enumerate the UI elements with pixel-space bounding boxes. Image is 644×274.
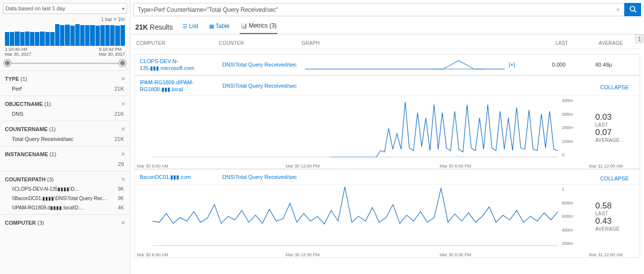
facet-objectname: OBJECTNAME (1)×DNS21K — [0, 96, 130, 121]
counter-link[interactable]: DNS\Total Query Received/sec — [222, 83, 301, 89]
search-input[interactable]: Type=Perf CounterName="Total Query Recei… — [133, 3, 624, 16]
tab-table[interactable]: ▦ Table — [208, 21, 231, 34]
search-bar: Type=Perf CounterName="Total Query Recei… — [133, 3, 641, 16]
tab-list[interactable]: ☰ List — [182, 21, 199, 34]
stat-block: 0.03LAST0.07AVERAGE — [595, 112, 635, 143]
records-container: 1 COMPUTER COUNTER GRAPH LAST AVERAGE CL… — [130, 34, 644, 274]
hdr-graph: GRAPH — [302, 40, 508, 46]
close-icon[interactable]: × — [122, 151, 125, 158]
slider-handle-start[interactable] — [4, 60, 11, 67]
counter-link[interactable]: DNS\Total Query Received/sec — [222, 62, 301, 68]
results-tabs: 21K Results ☰ List ▦ Table 📊 Metrics (3) — [130, 16, 644, 34]
bar-hint: 1 bar = 1hr — [0, 17, 130, 23]
metric-entry: CLOPS-DEV-N-135.▮▮▮.microsoft.comDNS\Tot… — [134, 54, 640, 75]
table-icon: ▦ — [209, 23, 214, 30]
facet-value[interactable]: Perf21K — [5, 84, 125, 94]
facet-value[interactable]: DNS21K — [5, 109, 125, 119]
metric-entry: BaconDC01.▮▮▮.comDNS\Total Query Receive… — [134, 169, 640, 258]
collapse-button[interactable]: COLLAPSE — [594, 81, 635, 90]
facet-value[interactable]: \\IPAM-RG1809.d▮▮▮▮.local\D…4K — [5, 203, 125, 212]
close-icon[interactable]: × — [122, 176, 125, 183]
facet-header[interactable]: COUNTERNAME (1)× — [5, 124, 125, 134]
facet-header[interactable]: TYPE (1)× — [5, 74, 125, 84]
x-axis: Mar 30 6:00 AMMar 30 12:00 PMMar 30 6:00… — [135, 251, 640, 257]
time-range-slider[interactable] — [5, 59, 125, 68]
close-icon[interactable]: × — [122, 75, 125, 82]
chevron-down-icon: ▾ — [122, 6, 124, 11]
histo-end-date: Mar 30, 2017 — [99, 52, 125, 57]
main-content: Type=Perf CounterName="Total Query Recei… — [130, 0, 644, 274]
facet-countername: COUNTERNAME (1)×Total Query Received/sec… — [0, 121, 130, 146]
computer-link[interactable]: CLOPS-DEV-N-135.▮▮▮.microsoft.com — [140, 58, 218, 72]
facet-value[interactable]: \\CLOPS-DEV-N-135▮▮▮▮\D…9K — [5, 184, 125, 194]
list-icon: ☰ — [183, 23, 187, 30]
histogram-labels: 1:10:40 AM Mar 30, 2017 5:10:42 PM Mar 3… — [0, 47, 130, 59]
hdr-average: AVERAGE — [599, 40, 638, 46]
tab-metrics[interactable]: 📊 Metrics (3) — [240, 20, 278, 34]
metrics-icon: 📊 — [241, 23, 247, 29]
page-indicator[interactable]: 1 — [635, 34, 644, 43]
stat-avg: 80.48µ — [595, 62, 635, 68]
facet-counterpath: COUNTERPATH (3)×\\CLOPS-DEV-N-135▮▮▮▮\D…… — [0, 171, 130, 214]
stat-block: 0.58LAST0.43AVERAGE — [595, 201, 635, 232]
histo-start-time: 1:10:40 AM — [5, 47, 31, 52]
search-query-text: Type=Perf CounterName="Total Query Recei… — [138, 6, 278, 13]
hdr-last: LAST — [555, 40, 595, 46]
column-headers: COMPUTER COUNTER GRAPH LAST AVERAGE — [134, 37, 640, 49]
search-button[interactable] — [624, 3, 641, 16]
hdr-counter: COUNTER — [219, 40, 298, 46]
y-axis: 400m300m200m100m0 — [562, 98, 591, 157]
results-count: 21K Results — [135, 23, 173, 31]
svg-line-1 — [634, 10, 636, 12]
facet-header[interactable]: COMPUTER (3)× — [5, 218, 125, 228]
facet-value[interactable]: \\BaconDC01.▮▮▮▮\DNS\Total Query Rec…9K — [5, 194, 125, 203]
metric-entry: IPAM-RG1809.dIPAM-RG1808.▮▮▮.localDNS\To… — [134, 75, 640, 170]
collapse-button[interactable]: COLLAPSE — [594, 172, 635, 181]
facet-instancename: INSTANCENAME (1)× 29 — [0, 146, 130, 171]
facet-computer: COMPUTER (3)× — [0, 214, 130, 230]
close-icon[interactable]: × — [122, 101, 125, 107]
line-chart — [153, 98, 558, 157]
search-icon — [629, 5, 637, 14]
hdr-computer: COMPUTER — [136, 40, 215, 46]
time-range-select[interactable]: Data based on last 1 day ▾ — [3, 3, 127, 14]
clear-icon[interactable]: × — [616, 6, 620, 13]
stat-last: 0.000 — [552, 62, 591, 68]
y-axis: 1800m600m400m200m — [562, 187, 591, 246]
facet-header[interactable]: OBJECTNAME (1)× — [5, 99, 125, 109]
filter-sidebar: Data based on last 1 day ▾ 1 bar = 1hr 1… — [0, 0, 130, 274]
histogram-chart — [0, 23, 130, 47]
sparkline — [305, 60, 505, 69]
facet-header[interactable]: COUNTERPATH (3)× — [5, 174, 125, 184]
x-axis: Mar 30 6:00 AMMar 30 12:00 PMMar 30 6:00… — [135, 162, 640, 169]
close-icon[interactable]: × — [122, 219, 125, 226]
zoom-toggle[interactable]: [+] — [509, 62, 548, 68]
histo-end-time: 5:10:42 PM — [99, 47, 125, 52]
time-range-label: Data based on last 1 day — [5, 5, 65, 11]
histo-start-date: Mar 30, 2017 — [5, 52, 31, 57]
facet-header[interactable]: INSTANCENAME (1)× — [5, 149, 125, 159]
facet-value[interactable]: 29 — [5, 159, 125, 169]
line-chart — [153, 187, 558, 246]
computer-link[interactable]: BaconDC01.▮▮▮.com — [140, 173, 218, 180]
counter-link[interactable]: DNS\Total Query Received/sec — [222, 174, 301, 180]
computer-link[interactable]: IPAM-RG1809.dIPAM-RG1808.▮▮▮.local — [140, 79, 218, 93]
facet-value[interactable]: Total Query Received/sec21K — [5, 134, 125, 144]
facet-type: TYPE (1)×Perf21K — [0, 70, 130, 96]
svg-point-0 — [630, 6, 634, 10]
slider-handle-end[interactable] — [119, 60, 126, 67]
close-icon[interactable]: × — [122, 126, 125, 133]
